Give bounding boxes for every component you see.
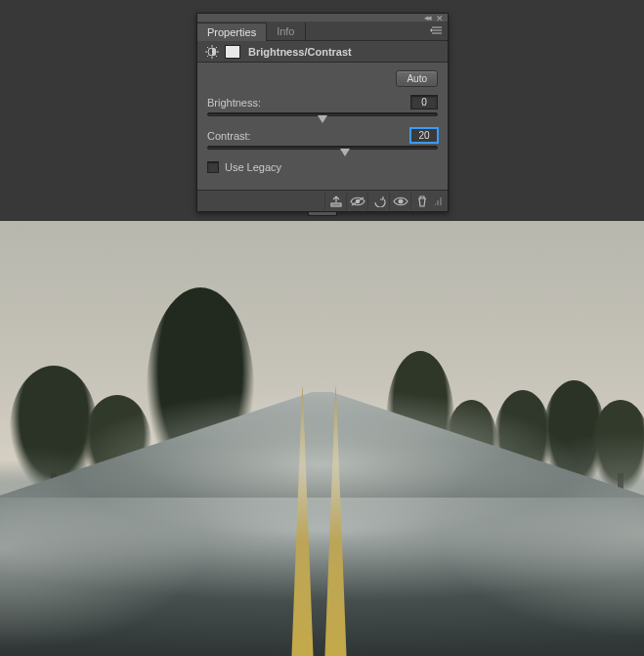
layer-mask-thumb[interactable] <box>225 45 240 59</box>
panel-titlebar[interactable]: ◂◂ ✕ <box>197 14 448 22</box>
footer-grip-icon[interactable] <box>432 193 446 210</box>
clip-to-layer-icon[interactable] <box>324 193 346 210</box>
visibility-icon[interactable] <box>389 193 410 210</box>
legacy-label: Use Legacy <box>225 161 281 173</box>
tab-info[interactable]: Info <box>267 22 305 40</box>
panel-body: Auto Brightness: Contrast: Use Legacy <box>197 63 448 179</box>
brightness-row: Brightness: <box>207 95 438 116</box>
adjustment-header: Brightness/Contrast <box>197 41 448 63</box>
tab-properties[interactable]: Properties <box>197 22 267 41</box>
auto-button[interactable]: Auto <box>396 70 438 87</box>
properties-panel: ◂◂ ✕ Properties Info Brightness/Contrast… <box>196 13 449 212</box>
view-previous-icon[interactable] <box>346 193 367 210</box>
panel-footer <box>197 190 448 211</box>
panel-resize-handle[interactable] <box>308 212 337 216</box>
brightness-input[interactable] <box>410 95 438 109</box>
brightness-slider[interactable] <box>207 112 438 116</box>
contrast-row: Contrast: <box>207 128 438 150</box>
contrast-slider-thumb[interactable] <box>340 149 350 156</box>
panel-tabs: Properties Info <box>197 22 448 41</box>
adjustment-title: Brightness/Contrast <box>248 46 352 58</box>
svg-rect-1 <box>331 203 341 206</box>
tree <box>591 400 644 493</box>
legacy-row: Use Legacy <box>207 161 438 173</box>
brightness-label: Brightness: <box>207 97 261 109</box>
delete-icon[interactable] <box>410 193 432 210</box>
brightness-contrast-icon <box>203 43 221 61</box>
panel-menu-icon[interactable] <box>430 25 444 35</box>
contrast-input[interactable] <box>410 128 438 143</box>
canvas-image <box>0 221 644 656</box>
brightness-slider-thumb[interactable] <box>318 115 327 123</box>
legacy-checkbox[interactable] <box>207 161 219 173</box>
contrast-label: Contrast: <box>207 130 251 142</box>
reset-icon[interactable] <box>367 193 389 210</box>
contrast-slider[interactable] <box>207 146 438 150</box>
svg-point-3 <box>399 199 403 203</box>
